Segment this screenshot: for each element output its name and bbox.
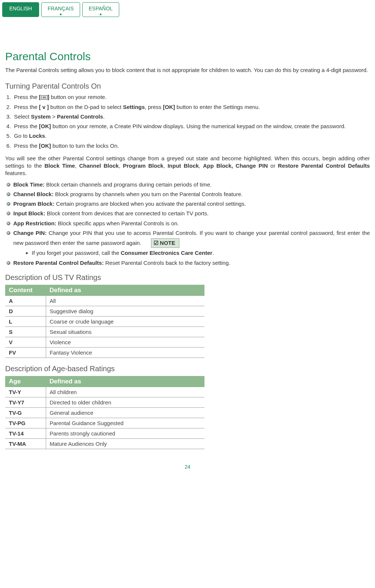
table-cell-def: Coarse or crude language: [46, 316, 204, 327]
table-cell-def: Fantasy Violence: [46, 347, 204, 358]
table-row: FVFantasy Violence: [5, 347, 204, 358]
table-cell-code: L: [5, 316, 46, 327]
list-item: App Restriction: Block specific apps whe…: [6, 220, 370, 227]
section-heading: Description of US TV Ratings: [5, 273, 370, 282]
triangle-up-icon: ▲: [99, 12, 103, 16]
table-cell-code: TV-Y7: [5, 397, 46, 407]
table-cell-def: All children: [46, 387, 204, 397]
step-item: Press the [] button on your remote.: [13, 93, 370, 101]
list-item: Input Block: Block content from devices …: [6, 210, 370, 217]
table-cell-def: Suggestive dialog: [46, 306, 204, 316]
section-heading: Description of Age-based Ratings: [5, 365, 370, 373]
table-cell-code: V: [5, 337, 46, 347]
table-cell-code: FV: [5, 347, 46, 358]
note-list: If you forget your password, call the Co…: [13, 249, 370, 257]
tab-francais[interactable]: FRANÇAIS ▲: [41, 2, 80, 17]
table-cell-code: TV-PG: [5, 418, 46, 428]
table-cell-code: A: [5, 296, 46, 306]
step-item: Press the [OK] button to turn the locks …: [13, 142, 370, 150]
table-header: Age: [5, 376, 46, 387]
table-row: LCoarse or crude language: [5, 316, 204, 327]
table-row: DSuggestive dialog: [5, 306, 204, 316]
list-item: Program Block: Certain programs are bloc…: [6, 200, 370, 208]
table-row: SSexual situations: [5, 327, 204, 337]
table-row: TV-MAMature Audiences Only: [5, 438, 204, 449]
triangle-up-icon: ▲: [59, 12, 62, 16]
age-ratings-table: Age Defined as TV-YAll childrenTV-Y7Dire…: [5, 376, 204, 449]
table-row: TV-14Parents strongly cautioned: [5, 428, 204, 438]
language-tabs: ENGLISH FRANÇAIS ▲ ESPAÑOL ▲: [0, 0, 375, 17]
table-cell-def: General audience: [46, 407, 204, 418]
table-cell-def: Parental Guidance Suggested: [46, 418, 204, 428]
tab-english[interactable]: ENGLISH: [2, 2, 39, 17]
table-row: AAll: [5, 296, 204, 306]
tab-espanol[interactable]: ESPAÑOL ▲: [82, 2, 119, 17]
table-cell-def: Parents strongly cautioned: [46, 428, 204, 438]
follow-text: You will see the other Parental Control …: [5, 155, 370, 177]
step-item: Select System > Parental Controls.: [13, 113, 370, 120]
table-row: TV-YAll children: [5, 387, 204, 397]
page-number: 24: [5, 464, 370, 470]
table-row: VViolence: [5, 337, 204, 347]
table-cell-code: TV-Y: [5, 387, 46, 397]
feature-list: Block Time: Block certain channels and p…: [5, 181, 370, 267]
note-item: If you forget your password, call the Co…: [32, 249, 370, 257]
step-item: Go to Locks.: [13, 132, 370, 140]
table-cell-def: Sexual situations: [46, 327, 204, 337]
us-ratings-table: Content Defined as AAllDSuggestive dialo…: [5, 285, 204, 358]
table-cell-code: TV-14: [5, 428, 46, 438]
menu-button-icon: [41, 95, 48, 100]
note-box: ☑NOTE: [151, 238, 179, 248]
page-title: Parental Controls: [5, 50, 370, 63]
table-cell-def: Directed to older children: [46, 397, 204, 407]
tab-label: ENGLISH: [9, 6, 32, 11]
tab-label: FRANÇAIS: [48, 6, 74, 11]
check-icon: ☑: [154, 240, 158, 246]
table-cell-code: TV-MA: [5, 438, 46, 449]
list-item: Restore Parental Control Defaults: Reset…: [6, 259, 370, 267]
page-content: Parental Controls The Parental Controls …: [0, 17, 375, 485]
table-cell-def: Violence: [46, 337, 204, 347]
table-row: TV-Y7Directed to older children: [5, 397, 204, 407]
table-header: Content: [5, 285, 46, 296]
table-cell-def: All: [46, 296, 204, 306]
table-header: Defined as: [46, 285, 204, 296]
table-cell-code: S: [5, 327, 46, 337]
table-cell-code: TV-G: [5, 407, 46, 418]
table-row: TV-PGParental Guidance Suggested: [5, 418, 204, 428]
step-item: Press the [ v ] button on the D-pad to s…: [13, 103, 370, 111]
table-cell-code: D: [5, 306, 46, 316]
list-item: Block Time: Block certain channels and p…: [6, 181, 370, 188]
steps-list: Press the [] button on your remote. Pres…: [5, 93, 370, 150]
table-header: Defined as: [46, 376, 204, 387]
list-item: Channel Block: Block programs by channel…: [6, 191, 370, 198]
note-label: NOTE: [160, 240, 175, 246]
intro-text: The Parental Controls setting allows you…: [5, 66, 370, 74]
table-row: TV-GGeneral audience: [5, 407, 204, 418]
step-item: Press the [OK] button on your remote, a …: [13, 123, 370, 130]
table-cell-def: Mature Audiences Only: [46, 438, 204, 449]
section-heading: Turning Parental Controls On: [5, 82, 370, 90]
tab-label: ESPAÑOL: [89, 6, 113, 11]
list-item: Change PIN: Change your PIN that you use…: [6, 229, 370, 257]
